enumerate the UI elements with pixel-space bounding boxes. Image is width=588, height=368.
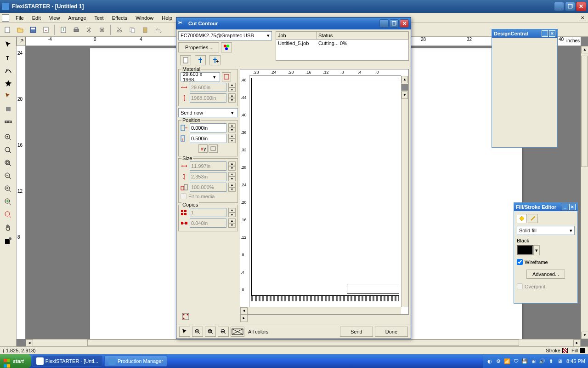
fill-swatch[interactable] bbox=[580, 348, 585, 353]
tray-icon[interactable]: 💾 bbox=[521, 357, 528, 365]
spin-up[interactable]: ▲ bbox=[228, 93, 236, 98]
material-rotate-button[interactable] bbox=[222, 72, 231, 81]
pan-tool[interactable] bbox=[2, 222, 15, 234]
spin-up[interactable]: ▲ bbox=[228, 123, 236, 128]
stroke-swatch[interactable] bbox=[562, 348, 568, 353]
spin-up[interactable]: ▲ bbox=[228, 183, 236, 187]
job-header-status[interactable]: Status bbox=[317, 32, 408, 39]
clock[interactable]: 8:45 PM bbox=[566, 358, 585, 364]
zoom-previous-tool[interactable] bbox=[2, 209, 15, 221]
text-tool[interactable]: T bbox=[2, 52, 15, 63]
tray-icon[interactable]: ⚙ bbox=[495, 357, 502, 365]
tray-icon[interactable]: 🛡 bbox=[512, 357, 520, 365]
bezier-tool[interactable] bbox=[2, 64, 15, 76]
measure-tool[interactable] bbox=[2, 116, 15, 128]
menu-help[interactable]: Help bbox=[158, 14, 176, 22]
device-dropdown[interactable]: FC7000MK2-75@Graphtec USB▾ bbox=[178, 31, 272, 40]
paste-button[interactable] bbox=[140, 24, 151, 35]
wireframe-checkbox[interactable] bbox=[517, 259, 523, 265]
vertical-scrollbar[interactable]: ▲▼ bbox=[581, 46, 588, 339]
start-button[interactable]: start bbox=[0, 354, 31, 368]
fill-tool[interactable] bbox=[2, 103, 15, 115]
dialog-close-button[interactable]: ✕ bbox=[400, 19, 409, 28]
select-tool-button[interactable] bbox=[179, 327, 190, 337]
ruler-origin[interactable] bbox=[17, 37, 26, 46]
close-button[interactable]: ✕ bbox=[576, 2, 586, 11]
fill-stroke-titlebar[interactable]: Fill/Stroke Editor _ ✕ bbox=[514, 203, 577, 211]
color-settings-button[interactable] bbox=[221, 42, 232, 52]
maximize-button[interactable]: ❐ bbox=[565, 2, 575, 11]
taskbar-item-flexistarter[interactable]: FlexiSTARTER - [Unti... bbox=[32, 356, 102, 367]
document-icon[interactable] bbox=[2, 14, 9, 22]
zoom-fit-button[interactable] bbox=[205, 327, 216, 337]
send-mode-dropdown[interactable]: Send now▾ bbox=[178, 108, 238, 117]
spin-up[interactable]: ▲ bbox=[228, 172, 236, 177]
dialog-minimize-button[interactable]: _ bbox=[379, 19, 389, 28]
menu-effects[interactable]: Effects bbox=[108, 14, 131, 22]
tray-icon[interactable]: 🖥 bbox=[556, 357, 563, 365]
export-button[interactable] bbox=[58, 24, 69, 35]
menu-file[interactable]: File bbox=[12, 14, 28, 22]
vertical-ruler[interactable]: 24 20 16 12 8 bbox=[17, 46, 26, 339]
fill-type-dropdown[interactable]: Solid fill▾ bbox=[517, 226, 575, 235]
mdi-close-button[interactable]: ✕ bbox=[579, 15, 586, 21]
spin-up[interactable]: ▲ bbox=[228, 208, 236, 213]
preview-cut-shape[interactable] bbox=[347, 284, 399, 294]
menu-arrange[interactable]: Arrange bbox=[64, 14, 90, 22]
cut-plot-button[interactable] bbox=[84, 24, 95, 35]
registration-marks-button[interactable] bbox=[181, 312, 190, 321]
zoom-out-tool[interactable] bbox=[2, 170, 15, 182]
spin-down[interactable]: ▼ bbox=[228, 138, 236, 143]
fill-color-dropdown[interactable]: ▾ bbox=[533, 245, 540, 255]
tray-icon[interactable]: ⊞ bbox=[530, 357, 537, 365]
job-row[interactable]: Untitled_5.job Cutting... 0% bbox=[276, 40, 408, 47]
menu-window[interactable]: Window bbox=[132, 14, 157, 22]
tray-icon[interactable]: ◐ bbox=[486, 357, 493, 365]
fill-tab[interactable] bbox=[517, 214, 527, 223]
menu-text[interactable]: Text bbox=[91, 14, 107, 22]
tray-icon[interactable]: ⬆ bbox=[547, 357, 554, 365]
spin-up[interactable]: ▲ bbox=[228, 161, 236, 166]
spin-up[interactable]: ▲ bbox=[228, 218, 236, 223]
position-x-input[interactable] bbox=[190, 123, 226, 132]
add-panel-plus-button[interactable]: + bbox=[209, 55, 220, 65]
preview-hscroll[interactable]: ◄► bbox=[240, 307, 401, 314]
zoom-in-tool[interactable] bbox=[2, 132, 15, 144]
open-button[interactable] bbox=[15, 24, 26, 35]
tray-icon[interactable]: 🔊 bbox=[538, 357, 546, 365]
add-panel-button[interactable] bbox=[195, 55, 206, 65]
design-central-titlebar[interactable]: DesignCentral _ ✕ bbox=[492, 29, 557, 38]
stroke-tab[interactable] bbox=[528, 214, 538, 223]
select-tool[interactable] bbox=[2, 39, 15, 51]
shape-tool[interactable] bbox=[2, 77, 15, 89]
taskbar-item-production-manager[interactable]: Production Manager bbox=[104, 356, 167, 367]
minimize-button[interactable]: _ bbox=[554, 2, 564, 11]
color-view-button[interactable] bbox=[231, 327, 244, 337]
eyedropper-tool[interactable] bbox=[2, 235, 15, 247]
send-button[interactable]: Send bbox=[340, 327, 373, 337]
interactive-position-button[interactable]: xy bbox=[198, 144, 208, 153]
menu-edit[interactable]: Edit bbox=[28, 14, 45, 22]
save-button[interactable] bbox=[28, 24, 39, 35]
spin-down[interactable]: ▼ bbox=[228, 213, 236, 217]
spin-down[interactable]: ▼ bbox=[228, 187, 236, 192]
properties-button[interactable]: Properties... bbox=[178, 42, 219, 52]
dialog-titlebar[interactable]: ✂ Cut Contour _ ❐ ✕ bbox=[176, 17, 411, 29]
panel-close-button[interactable]: ✕ bbox=[569, 204, 576, 210]
tray-icon[interactable]: 📶 bbox=[503, 357, 511, 365]
rip-button[interactable] bbox=[96, 24, 107, 35]
copy-button[interactable] bbox=[127, 24, 138, 35]
page-setup-button[interactable] bbox=[180, 55, 191, 65]
panel-close-button[interactable]: ✕ bbox=[549, 30, 555, 37]
print-button[interactable] bbox=[71, 24, 82, 35]
spin-down[interactable]: ▼ bbox=[228, 98, 236, 103]
new-button[interactable] bbox=[2, 24, 13, 35]
fill-color-swatch[interactable] bbox=[517, 245, 533, 255]
spin-down[interactable]: ▼ bbox=[228, 166, 236, 171]
zoom-all-tool[interactable] bbox=[2, 196, 15, 208]
job-header-job[interactable]: Job bbox=[276, 32, 317, 39]
zoom-selected-tool[interactable] bbox=[2, 183, 15, 195]
zoom-in-button[interactable] bbox=[192, 327, 203, 337]
zoom-object-button[interactable] bbox=[218, 327, 229, 337]
undo-button[interactable] bbox=[153, 24, 164, 35]
